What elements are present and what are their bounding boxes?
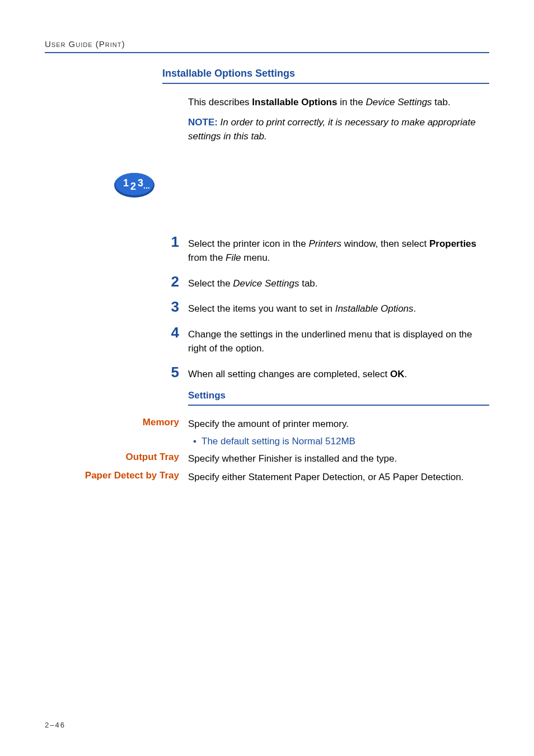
step-body: Select the printer icon in the Printers …: [188, 234, 489, 265]
intro-paragraph: This describes Installable Options in th…: [188, 95, 489, 110]
step-text: window, then select: [341, 238, 429, 249]
settings-rule: [188, 405, 489, 406]
note-paragraph: NOTE: In order to print correctly, it is…: [188, 115, 489, 144]
step-text: .: [414, 303, 416, 314]
top-rule: [45, 52, 489, 53]
step-body: Select the Device Settings tab.: [188, 274, 489, 291]
step-text: Select the: [188, 278, 233, 289]
section-title: Installable Options Settings: [162, 68, 489, 79]
step-italic: Installable Options: [335, 303, 414, 314]
step-italic: Printers: [308, 238, 341, 249]
step-body: When all setting changes are completed, …: [188, 365, 489, 382]
svg-text:1: 1: [123, 177, 129, 189]
section-rule: [162, 83, 489, 84]
step-number: 1: [162, 234, 188, 249]
step-number: 5: [162, 365, 188, 379]
step-row: 2 Select the Device Settings tab.: [162, 274, 489, 291]
bullet-icon: •: [188, 436, 202, 447]
svg-text:...: ...: [143, 181, 150, 190]
setting-label: Memory: [45, 417, 188, 428]
setting-bullet-row: • The default setting is Normal 512MB: [188, 436, 489, 447]
step-bold: Properties: [429, 238, 476, 249]
step-row: 4 Change the settings in the underlined …: [162, 325, 489, 356]
setting-label: Paper Detect by Tray: [45, 470, 188, 481]
step-text: Change the settings in the underlined me…: [188, 329, 472, 354]
svg-text:2: 2: [130, 181, 136, 192]
step-text: tab.: [299, 278, 317, 289]
step-text: Select the printer icon in the: [188, 238, 308, 249]
intro-pre: This describes: [188, 97, 252, 107]
step-italic: File: [226, 252, 241, 263]
step-bold: OK: [390, 369, 405, 379]
step-text: .: [404, 369, 407, 379]
step-row: 1 Select the printer icon in the Printer…: [162, 234, 489, 265]
svg-text:3: 3: [138, 177, 143, 189]
setting-label: Output Tray: [45, 452, 188, 463]
note-text: In order to print correctly, it is neces…: [188, 117, 476, 142]
running-head: User Guide (Print): [45, 39, 489, 49]
step-text: menu.: [241, 252, 270, 263]
intro-post: tab.: [432, 97, 451, 107]
setting-value: Specify whether Finisher is installed an…: [188, 452, 489, 466]
step-text: from the: [188, 252, 226, 263]
note-label: NOTE:: [188, 117, 218, 128]
steps-icon: 1 2 3 ...: [112, 172, 489, 201]
page-number: 2–46: [45, 721, 65, 729]
step-text: When all setting changes are completed, …: [188, 369, 390, 379]
intro-italic: Device Settings: [366, 97, 432, 107]
step-body: Select the items you want to set in Inst…: [188, 299, 489, 316]
settings-title: Settings: [188, 390, 489, 401]
bullet-text: The default setting is Normal 512MB: [202, 436, 355, 447]
setting-row: Paper Detect by Tray Specify either Stat…: [45, 470, 489, 485]
step-row: 3 Select the items you want to set in In…: [162, 299, 489, 316]
step-body: Change the settings in the underlined me…: [188, 325, 489, 356]
setting-row: Memory Specify the amount of printer mem…: [45, 417, 489, 431]
setting-row: Output Tray Specify whether Finisher is …: [45, 452, 489, 466]
step-number: 3: [162, 299, 188, 314]
step-number: 4: [162, 325, 188, 340]
setting-value: Specify the amount of printer memory.: [188, 417, 489, 431]
intro-mid: in the: [337, 97, 366, 107]
step-number: 2: [162, 274, 188, 289]
step-text: Select the items you want to set in: [188, 303, 335, 314]
step-row: 5 When all setting changes are completed…: [162, 365, 489, 382]
intro-bold: Installable Options: [252, 97, 337, 107]
setting-value: Specify either Statement Paper Detection…: [188, 470, 489, 485]
step-italic: Device Settings: [233, 278, 299, 289]
